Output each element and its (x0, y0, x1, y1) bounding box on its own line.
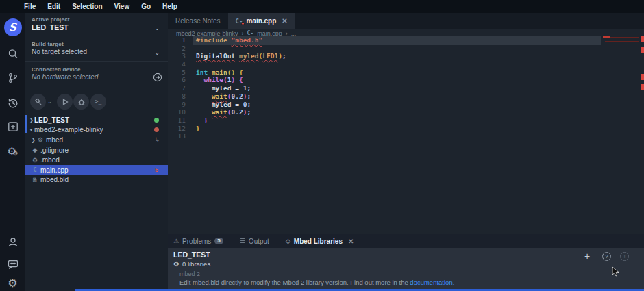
code-line-11[interactable]: 11 } (168, 116, 644, 125)
libraries-count: 0 libraries (182, 260, 210, 268)
build-button[interactable] (30, 94, 46, 110)
tree-item--mbed[interactable]: ⚙.mbed (25, 155, 168, 165)
code-line-5[interactable]: 5int main() { (168, 68, 644, 77)
menu-edit[interactable]: Edit (47, 3, 60, 10)
code-line-8[interactable]: 8 wait(0.2); (168, 92, 644, 101)
menu-view[interactable]: View (114, 3, 130, 10)
error-mark (641, 84, 644, 90)
tab-main-cpp[interactable]: C- main.cpp ✕ (228, 13, 295, 29)
code-line-12[interactable]: 12} (168, 125, 644, 133)
terminal-button[interactable]: >_ (90, 94, 106, 110)
expand-chevron-icon[interactable]: ❯ (28, 117, 34, 123)
code-line-1[interactable]: 1#include "mbed.h" (168, 36, 644, 45)
breadcrumb-file[interactable]: main.cpp (257, 30, 282, 37)
tree-item-mbed[interactable]: ❯⚙mbed↳ (25, 135, 168, 145)
build-target-chevron-icon[interactable]: ⌄ (154, 49, 160, 56)
code-line-3[interactable]: 3DigitalOut myled(LED1); (168, 52, 644, 60)
cpp-file-icon: C- (236, 18, 243, 25)
menu-file[interactable]: File (24, 3, 36, 10)
mbed-libraries-panel: LED_TEST ⚙ 0 libraries mbed 2 Edit mbed.… (168, 248, 644, 289)
menu-help[interactable]: Help (162, 3, 177, 10)
run-button[interactable] (57, 94, 73, 110)
code-editor[interactable]: 1#include "mbed.h"23DigitalOut myled(LED… (168, 36, 644, 233)
error-mark (641, 47, 644, 53)
output-icon: ☰ (240, 238, 245, 244)
feedback-icon[interactable] (0, 255, 25, 273)
tree-item-led-test[interactable]: ❯LED_TEST (25, 115, 168, 125)
history-icon[interactable] (0, 94, 25, 112)
build-target-value[interactable]: No target selected (32, 48, 87, 55)
tab-output[interactable]: ☰ Output (240, 238, 269, 245)
app-logo[interactable]: S (0, 18, 25, 36)
info-icon[interactable]: ! (620, 252, 629, 261)
close-tab-icon[interactable]: ✕ (348, 238, 354, 245)
tree-item-main-cpp[interactable]: Cmain.cpp5 (25, 165, 168, 175)
new-project-icon[interactable] (0, 118, 25, 136)
manage-device-icon[interactable] (153, 73, 162, 85)
tab-problems[interactable]: ⚠ Problems 5 (173, 238, 223, 245)
active-project-stripe (25, 115, 27, 133)
breadcrumb-more[interactable]: ... (291, 30, 297, 37)
cpp-file-icon: C- (247, 30, 254, 36)
gear-icon: ⚙ (36, 136, 45, 143)
code-text: while(1) { (196, 76, 243, 84)
tree-item-label: mbed.bld (40, 176, 69, 184)
documentation-link[interactable]: documentation (410, 279, 452, 286)
line-number: 13 (168, 132, 186, 140)
close-tab-icon[interactable]: ✕ (282, 17, 287, 25)
active-project-label: Active project (32, 16, 70, 23)
project-status-dot (154, 118, 159, 123)
tab-label: main.cpp (246, 17, 276, 25)
tree-item-mbed2-example-blinky[interactable]: ▼mbed2-example-blinky (25, 125, 168, 136)
code-line-9[interactable]: 9 myled = 0; (168, 101, 644, 109)
editor-tabbar: Release Notes C- main.cpp ✕ (168, 13, 644, 29)
menu-selection[interactable]: Selection (72, 3, 102, 10)
error-mark (641, 36, 644, 42)
minimap-error-hot (603, 36, 610, 38)
tab-label: Problems (182, 238, 211, 245)
add-library-icon[interactable]: + (584, 251, 590, 262)
library-description: Edit mbed.bld directly to modify the Mbe… (179, 279, 454, 286)
source-control-icon[interactable] (0, 69, 25, 87)
breadcrumb-project[interactable]: mbed2-example-blinky (176, 30, 238, 37)
code-line-13[interactable]: 13 (168, 132, 644, 140)
cpp-icon: C (31, 166, 39, 173)
minimap-error-line (605, 41, 639, 42)
line-number: 2 (168, 45, 186, 53)
account-icon[interactable] (0, 233, 25, 251)
tree-item--gitignore[interactable]: ◆.gitignore (25, 145, 168, 155)
build-dropdown-chevron-icon[interactable]: ⌄ (47, 99, 52, 105)
build-tools-icon[interactable]: ⚙⚙ (0, 142, 25, 160)
file-icon: 🗎 (31, 177, 39, 184)
active-project-chevron-icon[interactable]: ⌄ (154, 25, 160, 31)
code-text: } (196, 116, 208, 125)
code-text: DigitalOut myled(LED1); (196, 52, 286, 60)
code-line-4[interactable]: 4 (168, 60, 644, 68)
help-icon[interactable]: ? (602, 252, 611, 261)
diamond-icon: ◇ (286, 238, 290, 244)
code-line-2[interactable]: 2 (168, 45, 644, 53)
project-status-dot (154, 127, 159, 132)
bottom-panel: ⚠ Problems 5 ☰ Output ◇ Mbed Libraries ✕… (168, 234, 644, 289)
expand-chevron-icon[interactable]: ❯ (30, 137, 36, 143)
warning-icon: ⚠ (173, 238, 179, 244)
code-line-10[interactable]: 10 wait(0.2); (168, 108, 644, 116)
menu-go[interactable]: Go (141, 3, 151, 10)
minimap[interactable] (603, 36, 641, 50)
debug-button[interactable] (73, 94, 89, 110)
tree-item-mbed-bld[interactable]: 🗎mbed.bld (25, 175, 168, 186)
tab-release-notes[interactable]: Release Notes (168, 13, 228, 29)
overview-ruler (641, 36, 644, 233)
code-line-6[interactable]: 6 while(1) { (168, 76, 644, 84)
code-line-7[interactable]: 7 myled = 1; (168, 84, 644, 92)
line-number: 3 (168, 52, 186, 60)
settings-gear-icon[interactable]: ⚙ (0, 275, 25, 291)
active-project-value[interactable]: LED_TEST (32, 23, 69, 31)
expand-chevron-icon[interactable]: ▼ (28, 127, 34, 132)
build-target-label: Build target (32, 41, 64, 47)
search-icon[interactable] (0, 45, 25, 63)
code-text: wait(0.2); (196, 92, 251, 101)
libraries-summary: ⚙ 0 libraries (173, 260, 210, 268)
tree-item-label: .gitignore (40, 147, 69, 154)
tab-mbed-libraries[interactable]: ◇ Mbed Libraries ✕ (286, 238, 354, 245)
